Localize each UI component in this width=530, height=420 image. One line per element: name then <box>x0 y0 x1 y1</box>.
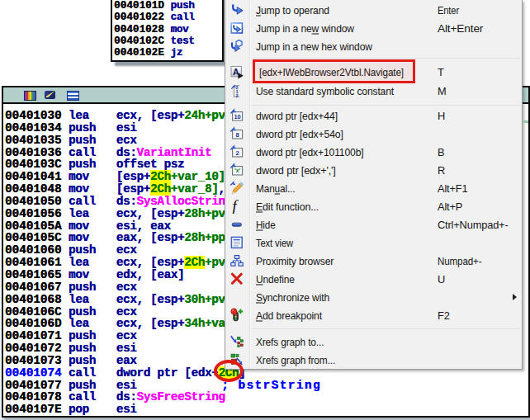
svg-text:2: 2 <box>236 149 239 156</box>
svg-text:'x': 'x' <box>234 168 240 173</box>
svg-text:f: f <box>232 199 239 214</box>
svg-text:2: 2 <box>236 92 239 97</box>
svg-text:10: 10 <box>234 112 241 120</box>
svg-text:8: 8 <box>236 130 239 138</box>
